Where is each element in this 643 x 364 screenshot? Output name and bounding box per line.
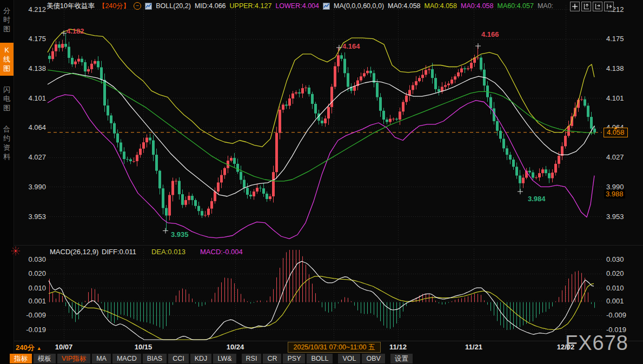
- svg-text:4.027: 4.027: [28, 153, 46, 161]
- x-axis-label: 12/02: [557, 343, 575, 351]
- boll-upper-value: UPPER:4.127: [230, 2, 272, 10]
- last-price-tag: ▲ 4.058: [604, 128, 628, 137]
- svg-text:3.935: 3.935: [171, 230, 189, 239]
- x-axis-label: 10/24: [227, 343, 244, 351]
- ma-values: MA0:4.058MA0:4.058MA0:4.058MA60:4.057MA0…: [388, 2, 553, 10]
- toolbar-button-OBV[interactable]: OBV: [362, 354, 385, 363]
- macd-lines: [49, 261, 594, 340]
- kline-chart-canvas[interactable]: 4.2124.2124.1754.1754.1384.1384.1014.101…: [0, 0, 643, 342]
- scale-x-axis-button[interactable]: [593, 2, 602, 11]
- svg-text:MACD:-0.004: MACD:-0.004: [200, 248, 243, 256]
- jump-to-latest-button[interactable]: [604, 2, 614, 11]
- toolbar-button-模板[interactable]: 模板: [34, 354, 56, 363]
- x-axis-label: 10/15: [135, 343, 153, 351]
- toolbar-button-MACD[interactable]: MACD: [112, 354, 141, 363]
- scale-y-axis-button[interactable]: [581, 2, 591, 11]
- svg-text:4.166: 4.166: [481, 30, 499, 38]
- macd-histogram: [50, 250, 595, 330]
- grid: [14, 5, 643, 340]
- svg-text:0.010: 0.010: [28, 284, 46, 292]
- price-up-arrow-icon: ▲: [613, 123, 618, 132]
- svg-text:3.953: 3.953: [28, 213, 46, 221]
- svg-text:3.984: 3.984: [528, 195, 546, 203]
- toolbar-button-CCI[interactable]: CCI: [168, 354, 189, 363]
- alert-burst-icon[interactable]: [11, 246, 21, 256]
- axis-labels: 4.2124.2124.1754.1754.1384.1384.1014.101…: [26, 5, 626, 334]
- svg-text:3.953: 3.953: [606, 213, 624, 221]
- collapse-indicator-icon[interactable]: −: [134, 2, 141, 10]
- crosshair-move-icon: [572, 3, 578, 10]
- svg-text:DEA:0.013: DEA:0.013: [151, 248, 185, 256]
- hovered-bar-datetime: 2025/10/31 07:00~11:00 五: [288, 342, 381, 353]
- jump-to-latest-icon: [606, 3, 612, 10]
- svg-text:0.001: 0.001: [28, 297, 46, 305]
- ma-value: MA0:4.058: [461, 2, 493, 10]
- overlay-lines: [48, 29, 594, 239]
- indicator-chart-icon: [145, 3, 152, 10]
- svg-text:3.990: 3.990: [28, 183, 46, 191]
- indicator-chart-icon: [323, 3, 330, 10]
- toolbar-button-BOLL[interactable]: BOLL: [307, 354, 333, 363]
- svg-text:-0.009: -0.009: [26, 311, 46, 319]
- toolbar-button-VOL[interactable]: VOL: [338, 354, 360, 363]
- svg-text:4.064: 4.064: [28, 123, 46, 131]
- toolbar-button-RSI[interactable]: RSI: [242, 354, 262, 363]
- toolbar-button-BIAS[interactable]: BIAS: [143, 354, 167, 363]
- x-axis-bar: 240分▲ 2025/10/31 07:00~11:00 五 10/0710/1…: [14, 341, 643, 354]
- ma-value: MA0:4.058: [388, 2, 420, 10]
- svg-text:-0.019: -0.019: [26, 326, 46, 334]
- toolbar-button-KDJ[interactable]: KDJ: [190, 354, 212, 363]
- toolbar-button-PSY[interactable]: PSY: [283, 354, 305, 363]
- svg-text:4.175: 4.175: [606, 35, 624, 43]
- svg-text:4.027: 4.027: [606, 153, 624, 161]
- trading-app-window: 4.2124.2124.1754.1754.1384.1384.1014.101…: [0, 0, 643, 364]
- toolbar-button-CR[interactable]: CR: [263, 354, 281, 363]
- svg-text:0.020: 0.020: [606, 269, 624, 277]
- svg-text:0.001: 0.001: [606, 297, 624, 305]
- svg-text:4.212: 4.212: [28, 5, 46, 14]
- ma-value: MA60:4.057: [498, 2, 534, 10]
- macd-header: MACD(26,12,9)DIFF:0.011DEA:0.013MACD:-0.…: [50, 248, 243, 256]
- svg-text:0.030: 0.030: [28, 255, 46, 263]
- sidebar-item-2[interactable]: 闪电图: [0, 82, 14, 115]
- sidebar: 分时图K线图闪电图合约资料: [0, 0, 14, 364]
- ma-value: MA0:: [538, 2, 553, 10]
- period-selector[interactable]: 240分▲: [16, 343, 42, 353]
- svg-text:-0.009: -0.009: [606, 311, 626, 319]
- line-upper: [48, 29, 594, 147]
- boll-mid-value: MID:4.066: [195, 2, 226, 10]
- ma-params-label: MA(0,0,0,60,0,0): [334, 2, 384, 10]
- instrument-title: 美债10年收益率: [47, 2, 95, 11]
- chart-header: 美债10年收益率 【240分】 − BOLL(20,2) MID:4.066 U…: [47, 2, 553, 10]
- toolbar-button-设置[interactable]: 设置: [390, 354, 413, 363]
- svg-text:0.020: 0.020: [28, 269, 46, 277]
- toolbar-button-MA[interactable]: MA: [92, 354, 111, 363]
- toolbar-button-指标[interactable]: 指标: [10, 354, 32, 363]
- scale-x-axis-icon: [594, 3, 601, 10]
- period-tag: 【240分】: [98, 2, 130, 11]
- svg-text:-0.019: -0.019: [606, 326, 626, 334]
- svg-text:4.138: 4.138: [28, 64, 46, 72]
- crosshair-move-button[interactable]: [570, 2, 580, 11]
- scale-y-axis-icon: [583, 3, 589, 10]
- svg-text:4.164: 4.164: [342, 42, 360, 50]
- ma-value: MA0:4.058: [425, 2, 457, 10]
- sidebar-item-1[interactable]: K线图: [0, 43, 14, 76]
- indicator-toolbar: 指标模板VIP指标MAMACDBIASCCIKDJLW&RSICRPSYBOLL…: [10, 354, 413, 364]
- candlestick-series: [48, 33, 596, 230]
- chart-tool-buttons: [570, 2, 614, 11]
- svg-text:4.175: 4.175: [28, 35, 46, 43]
- toolbar-button-VIP指标[interactable]: VIP指标: [57, 354, 90, 363]
- boll-lower-value: LOWER:4.004: [275, 2, 319, 10]
- sidebar-item-3[interactable]: 合约资料: [0, 122, 14, 164]
- svg-text:0.010: 0.010: [606, 284, 624, 292]
- sidebar-item-0[interactable]: 分时图: [0, 3, 14, 36]
- toolbar-button-LW&[interactable]: LW&: [213, 354, 236, 363]
- svg-text:4.138: 4.138: [606, 64, 624, 72]
- x-axis-label: 10/07: [55, 343, 73, 351]
- boll-label: BOLL(20,2): [156, 2, 191, 10]
- x-axis-label: 11/12: [389, 343, 407, 351]
- svg-text:4.101: 4.101: [28, 94, 46, 102]
- session-low-tag: 3.988: [604, 190, 625, 198]
- svg-text:4.101: 4.101: [606, 94, 624, 102]
